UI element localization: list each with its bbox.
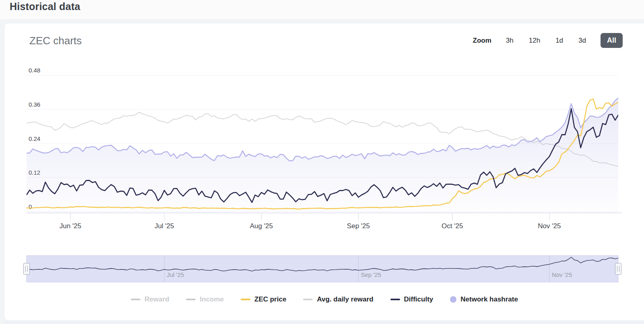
x-axis-label: Jun '25 bbox=[60, 222, 81, 230]
legend-marker-line bbox=[186, 299, 196, 300]
legend-item-zec-price[interactable]: ZEC price bbox=[241, 295, 286, 303]
legend-marker-line bbox=[303, 299, 313, 300]
x-axis-label: Sep '25 bbox=[347, 222, 370, 230]
navigator-axis-label: Sep '25 bbox=[361, 271, 381, 278]
x-axis-label: Jul '25 bbox=[155, 222, 174, 230]
legend-label: Reward bbox=[144, 295, 169, 303]
legend-item-reward[interactable]: Reward bbox=[131, 295, 169, 303]
legend-item-difficulty[interactable]: Difficulty bbox=[390, 295, 433, 303]
navigator-axis-label: Nov '25 bbox=[552, 271, 572, 278]
chart-legend: RewardIncomeZEC priceAvg. daily rewardDi… bbox=[4, 295, 644, 303]
legend-marker-circle bbox=[450, 296, 456, 303]
page-header: Historical data bbox=[0, 0, 644, 19]
legend-label: ZEC price bbox=[254, 295, 286, 303]
plot-area[interactable] bbox=[27, 62, 618, 213]
legend-label: Avg. daily reward bbox=[317, 295, 373, 303]
x-axis-label: Oct '25 bbox=[442, 222, 463, 230]
navigator-handle-right[interactable] bbox=[615, 263, 621, 274]
navigator-handle-left[interactable] bbox=[24, 263, 30, 274]
zec-chart: 00.120.240.360.48Jun '25Jul '25Aug '25Se… bbox=[4, 23, 644, 321]
legend-marker-line bbox=[390, 299, 400, 300]
legend-item-income[interactable]: Income bbox=[186, 295, 224, 303]
page-title: Historical data bbox=[10, 1, 80, 12]
handle-grip-box[interactable] bbox=[615, 263, 621, 274]
legend-item-network-hashrate[interactable]: Network hashrate bbox=[450, 295, 518, 303]
navigator-axis-label: Jul '25 bbox=[167, 271, 184, 278]
legend-item-avg-daily-reward[interactable]: Avg. daily reward bbox=[303, 295, 373, 303]
x-axis-label: Aug '25 bbox=[250, 222, 273, 230]
legend-label: Network hashrate bbox=[460, 295, 518, 303]
legend-marker-line bbox=[131, 299, 140, 300]
legend-label: Income bbox=[200, 295, 224, 303]
legend-marker-line bbox=[241, 299, 250, 300]
charts-card: ZEC charts Zoom 3h12h1d3dAll 00.120.240.… bbox=[4, 23, 644, 321]
next-section-edge bbox=[4, 321, 644, 324]
handle-grip-box[interactable] bbox=[24, 263, 30, 274]
legend-label: Difficulty bbox=[404, 295, 433, 303]
x-axis-label: Nov '25 bbox=[538, 222, 561, 230]
